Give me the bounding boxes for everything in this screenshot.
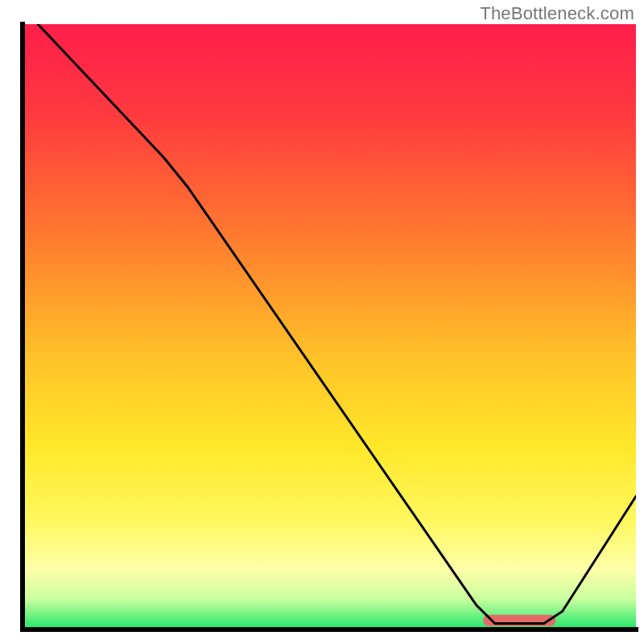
chart-container: TheBottleneck.com xyxy=(0,0,644,644)
plot-background xyxy=(23,24,636,630)
bottleneck-chart xyxy=(0,0,644,644)
watermark-text: TheBottleneck.com xyxy=(480,3,634,24)
